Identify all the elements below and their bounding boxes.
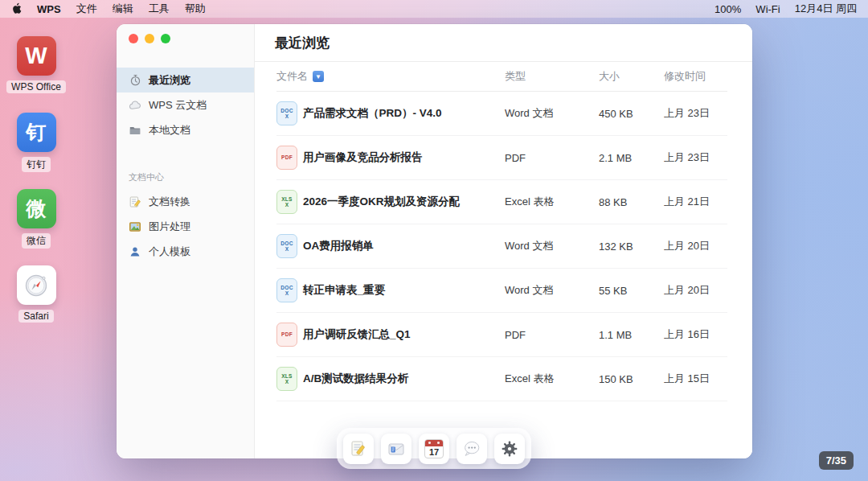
sidebar-item-label: WPS 云文档 — [149, 98, 207, 113]
dock-notes-app[interactable] — [343, 434, 374, 464]
desktop: WPS 文件 编辑 工具 帮助 100% Wi-Fi 12月4日 周四 W WP… — [0, 0, 868, 481]
menu-clock[interactable]: 12月4日 周四 — [795, 2, 857, 16]
dock-mail-app[interactable] — [381, 434, 411, 464]
notes-icon — [349, 439, 368, 458]
file-type: Word 文档 — [505, 283, 599, 298]
table-header: 文件名 ▼ 类型 大小 修改时间 — [276, 62, 727, 92]
page-title: 最近浏览 — [255, 24, 752, 62]
person-icon — [129, 245, 141, 258]
zoom-button[interactable] — [161, 34, 170, 43]
table-row[interactable]: XLSX A/B测试数据结果分析 Excel 表格 150 KB 上月 15日 — [276, 357, 727, 401]
dingtalk-icon: 钉 — [17, 113, 56, 152]
badge-text: DOC — [280, 285, 293, 290]
file-modified: 上月 23日 — [664, 150, 727, 165]
column-type[interactable]: 类型 — [505, 69, 599, 84]
sidebar-item-label: 最近浏览 — [149, 73, 190, 88]
menu-help[interactable]: 帮助 — [185, 2, 206, 16]
file-list: DOCX 产品需求文档（PRD）- V4.0 Word 文档 450 KB 上月… — [276, 92, 727, 401]
sidebar-item-templates[interactable]: 个人模板 — [117, 239, 254, 264]
desktop-icon-wechat[interactable]: 微 微信 — [0, 189, 76, 249]
dock: 17 — [337, 428, 531, 469]
file-modified: 上月 20日 — [664, 283, 727, 298]
badge-text: XLS — [281, 196, 293, 202]
wechat-icon: 微 — [17, 189, 56, 228]
file-name: A/B测试数据结果分析 — [303, 372, 408, 386]
close-button[interactable] — [129, 34, 138, 43]
page-indicator-badge: 7/35 — [819, 451, 854, 470]
badge-text: DOC — [280, 240, 293, 246]
dock-calendar-app[interactable]: 17 — [419, 434, 449, 464]
badge-text: PDF — [281, 154, 293, 160]
file-size: 450 KB — [599, 108, 664, 120]
battery-percent[interactable]: 100% — [714, 3, 741, 15]
file-name: OA费用报销单 — [303, 239, 374, 253]
file-type: Excel 表格 — [505, 195, 599, 209]
column-modified[interactable]: 修改时间 — [664, 69, 727, 84]
sidebar-item-recent[interactable]: 最近浏览 — [117, 68, 254, 92]
sidebar-item-label: 本地文档 — [149, 123, 190, 138]
desktop-icon-label: WPS Office — [6, 80, 66, 93]
file-name: 2026一季度OKR规划及资源分配 — [303, 195, 460, 209]
file-modified: 上月 16日 — [664, 327, 727, 342]
file-name: 产品需求文档（PRD）- V4.0 — [303, 106, 442, 121]
file-name: 用户画像及竞品分析报告 — [303, 150, 423, 165]
table-row[interactable]: PDF 用户调研反馈汇总_Q1 PDF 1.1 MB 上月 16日 — [276, 313, 727, 357]
table-row[interactable]: PDF 用户画像及竞品分析报告 PDF 2.1 MB 上月 23日 — [276, 136, 727, 180]
menu-file[interactable]: 文件 — [76, 2, 97, 16]
traffic-lights — [129, 34, 170, 43]
menu-app-name[interactable]: WPS — [37, 3, 61, 15]
file-size: 88 KB — [599, 196, 664, 208]
cloud-icon — [129, 99, 141, 112]
file-size: 132 KB — [599, 240, 664, 253]
sidebar-section-label: 文档中心 — [129, 171, 254, 183]
calendar-day: 17 — [425, 446, 443, 458]
desktop-icon-wps[interactable]: W WPS Office — [0, 36, 76, 93]
settings-gear-icon — [500, 439, 519, 458]
column-size[interactable]: 大小 — [599, 69, 664, 84]
menu-tools[interactable]: 工具 — [149, 2, 170, 16]
wps-window: 最近浏览 WPS 云文档 本地文档 文档中心 — [117, 24, 752, 458]
file-type: Word 文档 — [505, 239, 599, 253]
dock-messages-app[interactable] — [457, 434, 487, 464]
table-row[interactable]: DOCX 转正申请表_重要 Word 文档 55 KB 上月 20日 — [276, 269, 727, 313]
sidebar-item-label: 个人模板 — [149, 245, 190, 259]
dock-settings-app[interactable] — [494, 434, 525, 464]
file-name: 转正申请表_重要 — [303, 283, 385, 298]
badge-text: X — [285, 202, 289, 208]
sidebar-item-cloud-docs[interactable]: WPS 云文档 — [117, 92, 254, 117]
badge-text: X — [285, 290, 289, 296]
minimize-button[interactable] — [145, 34, 154, 43]
sidebar-item-local-docs[interactable]: 本地文档 — [117, 117, 254, 142]
badge-text: XLS — [281, 373, 293, 379]
window-main: 最近浏览 文件名 ▼ 类型 大小 修改时间 DOCX 产品需求文档（PRD）- … — [255, 24, 752, 458]
calendar-icon: 17 — [424, 439, 444, 458]
desktop-icon-label: 钉钉 — [22, 157, 51, 172]
file-size: 55 KB — [599, 285, 664, 297]
file-type: PDF — [505, 152, 599, 164]
image-icon — [129, 220, 141, 233]
desktop-icon-label: Safari — [18, 310, 53, 323]
docx-file-icon: DOCX — [276, 278, 297, 302]
desktop-icon-dingtalk[interactable]: 钉 钉钉 — [0, 113, 76, 172]
desktop-icon-label: 微信 — [22, 233, 51, 249]
table-row[interactable]: XLSX 2026一季度OKR规划及资源分配 Excel 表格 88 KB 上月… — [276, 180, 727, 224]
sidebar-item-doc-convert[interactable]: 文档转换 — [117, 189, 254, 214]
desktop-icon-safari[interactable]: Safari — [0, 265, 76, 323]
messages-icon — [462, 439, 481, 458]
sidebar-item-label: 图片处理 — [149, 220, 190, 234]
table-row[interactable]: DOCX 产品需求文档（PRD）- V4.0 Word 文档 450 KB 上月… — [276, 92, 727, 136]
badge-text: X — [285, 379, 289, 384]
file-type: Excel 表格 — [505, 372, 599, 386]
xlsx-file-icon: XLSX — [276, 367, 297, 391]
table-row[interactable]: DOCX OA费用报销单 Word 文档 132 KB 上月 20日 — [276, 224, 727, 269]
column-filename[interactable]: 文件名 — [276, 69, 308, 84]
dingtalk-glyph: 钉 — [27, 119, 47, 146]
docx-file-icon: DOCX — [276, 101, 297, 125]
sort-descending-icon[interactable]: ▼ — [313, 71, 324, 82]
menu-edit[interactable]: 编辑 — [113, 2, 133, 16]
window-sidebar: 最近浏览 WPS 云文档 本地文档 文档中心 — [117, 24, 255, 458]
sidebar-item-image-tools[interactable]: 图片处理 — [117, 214, 254, 239]
apple-menu[interactable] — [11, 3, 22, 14]
wifi-status[interactable]: Wi-Fi — [755, 3, 780, 15]
file-size: 2.1 MB — [599, 152, 664, 164]
